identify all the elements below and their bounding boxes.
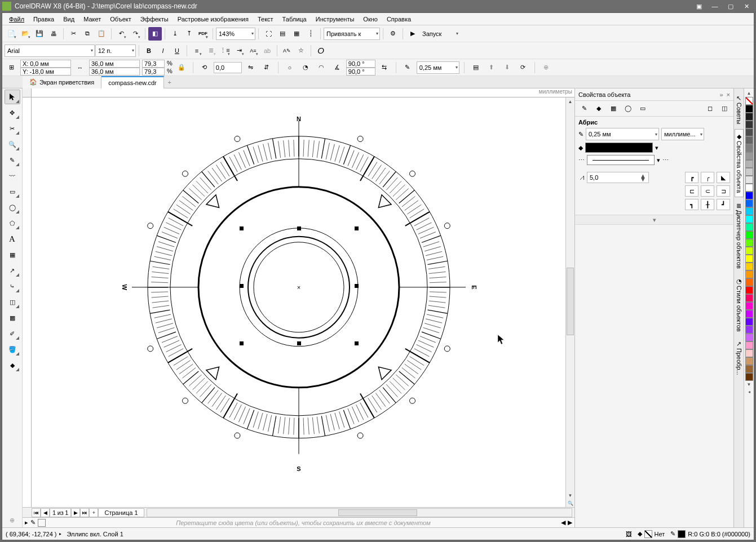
vertical-ruler[interactable] xyxy=(23,97,32,507)
menu-edit[interactable]: Правка xyxy=(29,15,59,24)
corner-round-button[interactable]: ╭ xyxy=(701,172,714,183)
ellipse-arc-button[interactable]: ◠ xyxy=(315,61,328,74)
cap-butt-button[interactable]: ⊏ xyxy=(685,185,698,197)
artistic-tool[interactable]: 〰 xyxy=(5,168,20,183)
page-prev-button[interactable]: ◀ xyxy=(41,508,50,517)
color-swatch[interactable] xyxy=(745,121,753,128)
palette-flyout-button[interactable]: ◂ xyxy=(747,388,751,396)
connector-tool[interactable]: ⤷ xyxy=(5,279,20,294)
color-swatch[interactable] xyxy=(745,255,753,263)
docker-undock-button[interactable]: » xyxy=(719,91,723,98)
publish-pdf-button[interactable]: PDF xyxy=(196,27,210,41)
tab-outline-icon[interactable]: ✎ xyxy=(577,102,591,115)
text-tool[interactable]: A xyxy=(5,232,20,246)
search-content-button[interactable]: ◧ xyxy=(148,27,162,41)
dash-dd[interactable]: ▾ xyxy=(657,157,660,164)
effect-tool[interactable]: ◫ xyxy=(5,295,20,309)
outline-width-field[interactable]: 0,25 мм▾ xyxy=(586,128,659,140)
tab-summary-icon[interactable]: ▭ xyxy=(636,102,649,115)
color-swatch[interactable] xyxy=(745,105,753,113)
menu-effects[interactable]: Эффекты xyxy=(136,15,173,24)
selection-handle[interactable] xyxy=(355,341,359,345)
add-tab-button[interactable]: + xyxy=(164,79,175,86)
table-tool[interactable]: ▦ xyxy=(5,247,20,262)
crop-tool[interactable]: ✂ xyxy=(5,121,20,136)
selection-handle[interactable] xyxy=(240,226,244,230)
current-fill-swatch[interactable] xyxy=(644,530,652,538)
insert-char-button[interactable]: ☆ xyxy=(294,44,308,57)
view-mode-1-button[interactable]: ◻ xyxy=(703,102,717,115)
palette-scroll-left[interactable]: ◀ xyxy=(561,519,565,526)
color-swatch[interactable] xyxy=(745,223,753,231)
text-tool-button[interactable]: ab xyxy=(260,44,274,57)
rulers-button[interactable]: ▤ xyxy=(276,27,289,41)
color-swatch[interactable] xyxy=(745,326,753,334)
vertical-scrollbar[interactable]: ▲ ▼ 🔍 xyxy=(565,97,574,507)
fill-tool[interactable]: 🪣 xyxy=(5,342,20,357)
polygon-tool[interactable]: ⬠ xyxy=(5,216,20,230)
freehand-tool[interactable]: ✎ xyxy=(5,153,20,167)
eyedropper-tool[interactable]: ✐ xyxy=(5,326,20,341)
toolbox-more-button[interactable]: ⊕ xyxy=(5,513,20,527)
convert-curves-button[interactable]: ⟳ xyxy=(516,61,530,74)
obj-origin-button[interactable]: ⊞ xyxy=(5,61,18,74)
guides-button[interactable]: ┆ xyxy=(304,27,317,41)
page-zoom-icon[interactable]: 🔍 xyxy=(566,499,574,507)
corner-bevel-button[interactable]: ◣ xyxy=(717,172,730,183)
pos-center-button[interactable]: ╂ xyxy=(701,199,714,210)
new-button[interactable]: 📄 xyxy=(5,27,18,41)
color-swatch[interactable] xyxy=(745,357,753,365)
shape-tool[interactable]: ✥ xyxy=(5,105,20,120)
docktab-transform[interactable]: ↗Преобр... xyxy=(735,336,744,379)
tab-fill-icon[interactable]: ◆ xyxy=(592,102,605,115)
text-props-button[interactable]: O xyxy=(314,44,328,57)
ellipse-full-button[interactable]: ○ xyxy=(283,61,297,74)
color-swatch[interactable] xyxy=(745,341,753,349)
rotation-field[interactable]: 0,0 xyxy=(214,62,242,73)
swap-angles-button[interactable]: ⇆ xyxy=(378,61,391,74)
underline-button[interactable]: U xyxy=(170,44,184,57)
print-button[interactable]: 🖶 xyxy=(47,27,60,41)
current-outline-swatch[interactable] xyxy=(678,530,686,538)
color-swatch[interactable] xyxy=(745,302,753,310)
scale-x-field[interactable]: 79,3 xyxy=(142,60,165,68)
cap-square-button[interactable]: ⊐ xyxy=(717,185,730,197)
close-button[interactable]: ✕ xyxy=(739,1,754,11)
cap-round-button[interactable]: ⊂ xyxy=(701,185,714,197)
to-back-button[interactable]: ⬇ xyxy=(501,61,514,74)
undo-button[interactable]: ↶ xyxy=(114,27,128,41)
window-extra-icon[interactable]: ▣ xyxy=(692,1,706,11)
color-swatch[interactable] xyxy=(745,286,753,294)
no-color-swatch[interactable] xyxy=(38,519,46,527)
selection-handle[interactable] xyxy=(355,284,359,288)
pick-tool[interactable] xyxy=(5,90,20,104)
drawing-canvas[interactable]: N S W E × xyxy=(32,97,565,507)
menu-file[interactable]: Файл xyxy=(5,15,29,24)
color-picker-dd[interactable]: ▾ xyxy=(655,144,658,152)
font-size-combo[interactable]: 12 п.▾ xyxy=(95,45,136,57)
color-swatch[interactable] xyxy=(745,270,753,278)
width-field[interactable]: 36,0 мм xyxy=(89,60,140,68)
selection-handle[interactable] xyxy=(297,226,301,230)
launch-combo[interactable]: Запуск▾ xyxy=(420,28,459,40)
minimize-button[interactable]: — xyxy=(708,1,722,11)
palette-nav-icon[interactable]: ▸ xyxy=(25,519,28,526)
view-mode-2-button[interactable]: ◫ xyxy=(718,102,731,115)
color-swatch[interactable] xyxy=(745,349,753,357)
color-swatch[interactable] xyxy=(745,199,753,207)
list-num-button[interactable]: ≣ xyxy=(204,44,218,57)
palette-down-button[interactable]: ▼ xyxy=(746,381,753,388)
grid-button[interactable]: ▦ xyxy=(290,27,303,41)
color-swatch[interactable] xyxy=(745,176,753,184)
open-button[interactable]: 📂 xyxy=(19,27,32,41)
color-swatch[interactable] xyxy=(745,184,753,192)
selection-handle[interactable] xyxy=(355,226,359,230)
color-swatch[interactable] xyxy=(745,294,753,302)
outline-color-field[interactable] xyxy=(585,143,653,153)
color-swatch[interactable] xyxy=(745,168,753,176)
end-angle-field[interactable]: 90,0 ° xyxy=(346,68,375,75)
maximize-button[interactable]: ▢ xyxy=(723,1,738,11)
menu-table[interactable]: Таблица xyxy=(278,15,311,24)
ellipse-pie-button[interactable]: ◔ xyxy=(299,61,312,74)
color-swatch[interactable] xyxy=(745,160,753,168)
